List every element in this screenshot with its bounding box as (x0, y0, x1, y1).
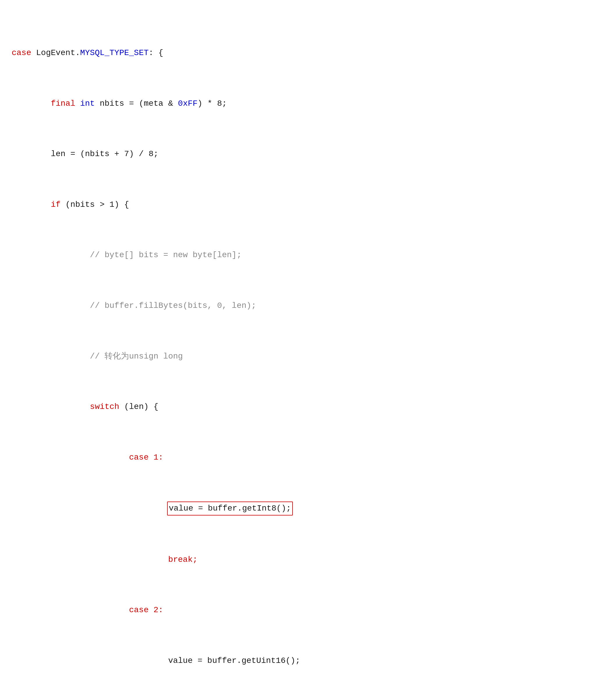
code-line-6: // buffer.fillBytes(bits, 0, len); (12, 299, 604, 312)
code-line-8: switch (len) { (12, 401, 604, 413)
code-line-7: // 转化为unsign long (12, 350, 604, 363)
code-line-1: case LogEvent.MYSQL_TYPE_SET: { (12, 47, 604, 59)
code-line-13: value = buffer.getUint16(); (12, 655, 604, 667)
code-line-9: case 1: (12, 451, 604, 464)
code-line-12: case 2: (12, 604, 604, 616)
code-line-11: break; (12, 553, 604, 566)
code-line-10: value = buffer.getInt8(); (12, 501, 604, 515)
code-line-2: final int nbits = (meta & 0xFF) * 8; (12, 97, 604, 110)
code-editor: case LogEvent.MYSQL_TYPE_SET: { final in… (12, 9, 604, 685)
code-line-5: // byte[] bits = new byte[len]; (12, 249, 604, 261)
code-line-4: if (nbits > 1) { (12, 198, 604, 211)
code-line-3: len = (nbits + 7) / 8; (12, 148, 604, 160)
